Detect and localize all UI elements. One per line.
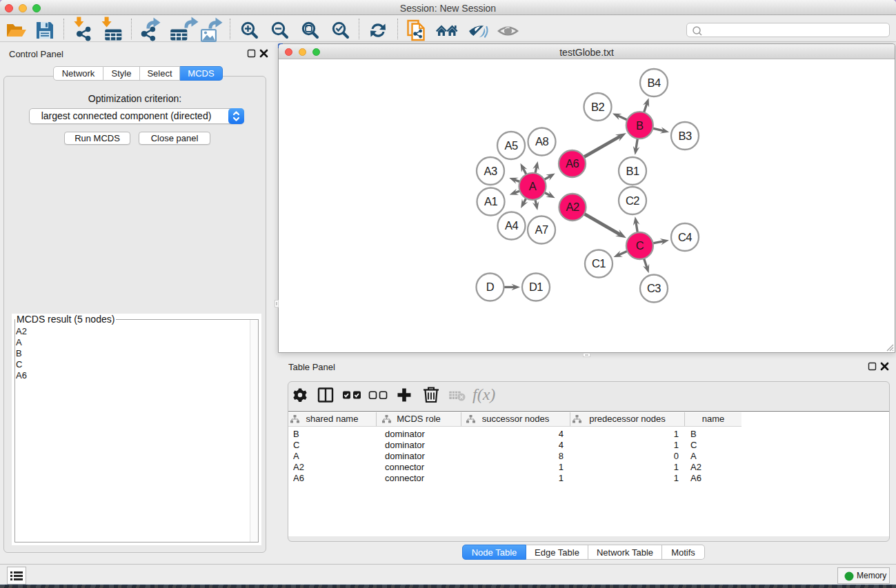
- svg-text:B1: B1: [626, 165, 639, 177]
- svg-text:B: B: [636, 119, 644, 132]
- svg-text:C3: C3: [647, 282, 661, 294]
- svg-text:B3: B3: [678, 130, 692, 142]
- svg-text:D1: D1: [529, 281, 543, 293]
- svg-text:A5: A5: [504, 139, 518, 152]
- svg-text:A7: A7: [535, 223, 548, 236]
- svg-text:C2: C2: [626, 194, 639, 207]
- svg-text:B4: B4: [647, 77, 661, 89]
- svg-text:f(x): f(x): [472, 385, 495, 403]
- svg-text:A: A: [529, 180, 537, 192]
- svg-text:A2: A2: [566, 201, 579, 213]
- svg-text:D: D: [486, 281, 495, 293]
- svg-text:C1: C1: [592, 257, 606, 270]
- svg-text:C: C: [636, 239, 644, 252]
- svg-text:C4: C4: [678, 231, 692, 243]
- svg-text:A8: A8: [535, 135, 549, 148]
- svg-text:A3: A3: [484, 165, 497, 177]
- svg-text:A4: A4: [505, 219, 519, 232]
- svg-text:A6: A6: [566, 157, 579, 170]
- svg-text:B2: B2: [591, 101, 605, 113]
- svg-text:A1: A1: [484, 195, 498, 207]
